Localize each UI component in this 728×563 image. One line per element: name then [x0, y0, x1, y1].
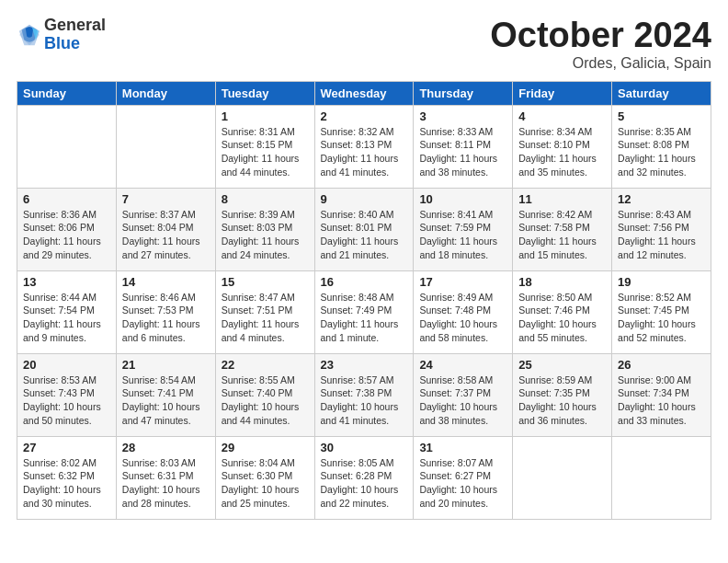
sunrise-text: Sunrise: 8:59 AM	[518, 374, 592, 385]
day-info: Sunrise: 8:41 AM Sunset: 7:59 PM Dayligh…	[419, 208, 506, 262]
table-row: 20 Sunrise: 8:53 AM Sunset: 7:43 PM Dayl…	[17, 353, 117, 436]
daylight-text: Daylight: 10 hours and 47 minutes.	[122, 401, 200, 426]
sunrise-text: Sunrise: 8:37 AM	[122, 209, 196, 220]
daylight-text: Daylight: 10 hours and 28 minutes.	[122, 484, 200, 509]
day-info: Sunrise: 8:55 AM Sunset: 7:40 PM Dayligh…	[222, 373, 309, 428]
table-row: 21 Sunrise: 8:54 AM Sunset: 7:41 PM Dayl…	[116, 353, 215, 436]
sunset-text: Sunset: 6:27 PM	[419, 470, 491, 481]
day-info: Sunrise: 8:48 AM Sunset: 7:49 PM Dayligh…	[321, 291, 408, 345]
sunset-text: Sunset: 7:40 PM	[222, 387, 293, 398]
sunset-text: Sunset: 7:51 PM	[222, 304, 293, 316]
day-number: 5	[618, 109, 705, 123]
daylight-text: Daylight: 10 hours and 52 minutes.	[618, 318, 696, 343]
table-row: 27 Sunrise: 8:02 AM Sunset: 6:32 PM Dayl…	[17, 436, 117, 519]
daylight-text: Daylight: 11 hours and 9 minutes.	[23, 318, 101, 343]
sunset-text: Sunset: 7:56 PM	[618, 222, 689, 233]
table-row: 8 Sunrise: 8:39 AM Sunset: 8:03 PM Dayli…	[215, 188, 314, 270]
sunrise-text: Sunrise: 8:40 AM	[321, 209, 394, 220]
col-thursday: Thursday	[414, 81, 513, 105]
sunrise-text: Sunrise: 8:04 AM	[222, 457, 295, 468]
day-number: 7	[122, 192, 210, 206]
day-info: Sunrise: 8:39 AM Sunset: 8:03 PM Dayligh…	[222, 208, 309, 262]
day-number: 22	[222, 358, 309, 372]
sunset-text: Sunset: 7:59 PM	[419, 222, 491, 233]
sunset-text: Sunset: 6:28 PM	[321, 470, 392, 481]
table-row: 18 Sunrise: 8:50 AM Sunset: 7:46 PM Dayl…	[513, 270, 612, 353]
col-wednesday: Wednesday	[314, 81, 414, 105]
day-info: Sunrise: 8:33 AM Sunset: 8:11 PM Dayligh…	[419, 125, 506, 179]
sunset-text: Sunset: 7:38 PM	[321, 387, 392, 398]
table-row: 25 Sunrise: 8:59 AM Sunset: 7:35 PM Dayl…	[513, 353, 612, 436]
sunset-text: Sunset: 7:48 PM	[419, 304, 491, 316]
day-info: Sunrise: 8:05 AM Sunset: 6:28 PM Dayligh…	[321, 456, 408, 511]
day-number: 15	[222, 275, 309, 289]
logo-blue-text: Blue	[44, 35, 106, 53]
daylight-text: Daylight: 11 hours and 35 minutes.	[518, 153, 597, 178]
sunset-text: Sunset: 8:13 PM	[321, 139, 392, 150]
daylight-text: Daylight: 10 hours and 41 minutes.	[321, 401, 399, 426]
table-row: 3 Sunrise: 8:33 AM Sunset: 8:11 PM Dayli…	[414, 105, 513, 188]
sunrise-text: Sunrise: 8:50 AM	[518, 292, 592, 303]
day-number: 29	[222, 441, 309, 454]
sunrise-text: Sunrise: 8:31 AM	[222, 126, 295, 137]
table-row: 4 Sunrise: 8:34 AM Sunset: 8:10 PM Dayli…	[513, 105, 612, 188]
table-row	[116, 105, 215, 188]
table-row: 16 Sunrise: 8:48 AM Sunset: 7:49 PM Dayl…	[314, 270, 414, 353]
daylight-text: Daylight: 11 hours and 27 minutes.	[122, 236, 200, 260]
sunset-text: Sunset: 6:31 PM	[122, 470, 194, 481]
table-row: 29 Sunrise: 8:04 AM Sunset: 6:30 PM Dayl…	[215, 436, 314, 519]
table-row: 22 Sunrise: 8:55 AM Sunset: 7:40 PM Dayl…	[215, 353, 314, 436]
daylight-text: Daylight: 10 hours and 58 minutes.	[419, 318, 497, 343]
table-row: 12 Sunrise: 8:43 AM Sunset: 7:56 PM Dayl…	[612, 188, 711, 270]
daylight-text: Daylight: 10 hours and 22 minutes.	[321, 484, 399, 509]
sunset-text: Sunset: 7:45 PM	[618, 304, 689, 316]
sunrise-text: Sunrise: 8:48 AM	[321, 292, 394, 303]
day-info: Sunrise: 8:35 AM Sunset: 8:08 PM Dayligh…	[618, 125, 705, 179]
col-friday: Friday	[513, 81, 612, 105]
daylight-text: Daylight: 10 hours and 30 minutes.	[23, 484, 101, 509]
daylight-text: Daylight: 10 hours and 25 minutes.	[222, 484, 300, 509]
daylight-text: Daylight: 11 hours and 24 minutes.	[222, 236, 300, 260]
daylight-text: Daylight: 11 hours and 1 minute.	[321, 318, 399, 343]
sunset-text: Sunset: 7:34 PM	[618, 387, 689, 398]
daylight-text: Daylight: 11 hours and 12 minutes.	[618, 236, 696, 260]
sunrise-text: Sunrise: 8:58 AM	[419, 374, 493, 385]
daylight-text: Daylight: 10 hours and 36 minutes.	[518, 401, 597, 426]
daylight-text: Daylight: 11 hours and 29 minutes.	[23, 236, 101, 260]
table-row: 5 Sunrise: 8:35 AM Sunset: 8:08 PM Dayli…	[612, 105, 711, 188]
table-row: 13 Sunrise: 8:44 AM Sunset: 7:54 PM Dayl…	[17, 270, 117, 353]
sunset-text: Sunset: 8:01 PM	[321, 222, 392, 233]
day-number: 1	[222, 109, 309, 123]
day-number: 18	[518, 275, 606, 289]
day-number: 10	[419, 192, 506, 206]
daylight-text: Daylight: 11 hours and 21 minutes.	[321, 236, 399, 260]
table-row: 10 Sunrise: 8:41 AM Sunset: 7:59 PM Dayl…	[414, 188, 513, 270]
header: General Blue October 2024 Ordes, Galicia…	[17, 17, 711, 72]
day-info: Sunrise: 8:58 AM Sunset: 7:37 PM Dayligh…	[419, 373, 506, 428]
logo: General Blue	[17, 17, 106, 53]
logo-icon	[17, 22, 42, 48]
sunrise-text: Sunrise: 8:33 AM	[419, 126, 493, 137]
day-number: 9	[321, 192, 408, 206]
daylight-text: Daylight: 10 hours and 50 minutes.	[23, 401, 101, 426]
sunset-text: Sunset: 6:32 PM	[23, 470, 95, 481]
sunset-text: Sunset: 8:06 PM	[23, 222, 95, 233]
day-info: Sunrise: 8:36 AM Sunset: 8:06 PM Dayligh…	[23, 208, 110, 262]
sunset-text: Sunset: 8:10 PM	[518, 139, 590, 150]
sunrise-text: Sunrise: 8:42 AM	[518, 209, 592, 220]
day-info: Sunrise: 8:53 AM Sunset: 7:43 PM Dayligh…	[23, 373, 110, 428]
sunrise-text: Sunrise: 8:55 AM	[222, 374, 295, 385]
day-number: 31	[419, 441, 506, 454]
sunrise-text: Sunrise: 8:46 AM	[122, 292, 196, 303]
table-row: 24 Sunrise: 8:58 AM Sunset: 7:37 PM Dayl…	[414, 353, 513, 436]
calendar-week-row: 1 Sunrise: 8:31 AM Sunset: 8:15 PM Dayli…	[17, 105, 711, 188]
sunrise-text: Sunrise: 8:43 AM	[618, 209, 691, 220]
sunrise-text: Sunrise: 8:49 AM	[419, 292, 493, 303]
table-row	[612, 436, 711, 519]
sunset-text: Sunset: 7:41 PM	[122, 387, 194, 398]
daylight-text: Daylight: 11 hours and 6 minutes.	[122, 318, 200, 343]
sunrise-text: Sunrise: 8:57 AM	[321, 374, 394, 385]
table-row: 11 Sunrise: 8:42 AM Sunset: 7:58 PM Dayl…	[513, 188, 612, 270]
table-row: 15 Sunrise: 8:47 AM Sunset: 7:51 PM Dayl…	[215, 270, 314, 353]
day-number: 14	[122, 275, 210, 289]
